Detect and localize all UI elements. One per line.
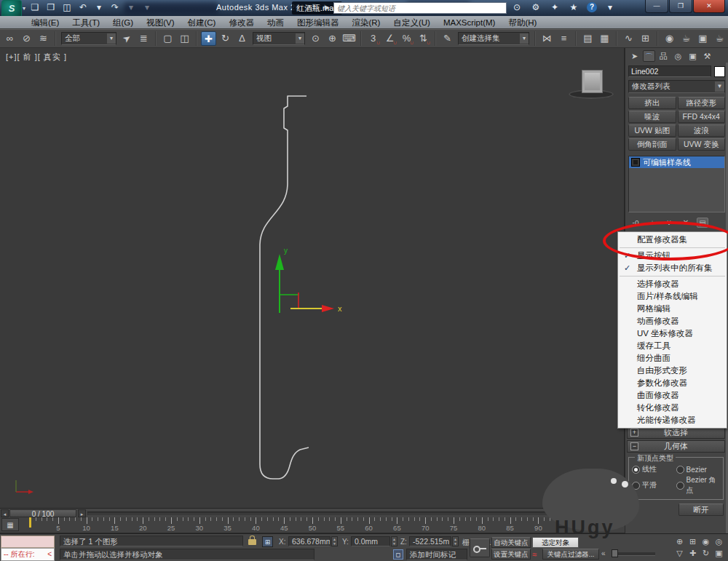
mirror-icon[interactable]: ⋈ xyxy=(539,31,555,46)
context-menu-item[interactable]: 缓存工具 xyxy=(618,340,727,352)
search-icon[interactable]: ⊙ xyxy=(511,1,523,13)
track-bar[interactable]: ▦ 51015202530354045505560657075808590 xyxy=(0,517,625,533)
selection-lock-icon[interactable] xyxy=(248,539,256,545)
menu-item[interactable]: 视图(V) xyxy=(140,16,181,29)
radio-bezier-corner[interactable]: Bezier 角点 xyxy=(676,475,721,496)
context-menu-item[interactable]: 参数化修改器 xyxy=(618,377,727,389)
transform-gizmo[interactable]: y x xyxy=(275,247,342,313)
previous-frame-button[interactable]: ◂ xyxy=(1,509,9,517)
orbit-icon[interactable]: ↻ xyxy=(700,548,712,559)
app-menu-caret-icon[interactable]: ▾ xyxy=(23,5,25,12)
schematic-view-icon[interactable]: ⊞ xyxy=(638,31,653,46)
viewport-front[interactable]: [+][ 前 ][ 真实 ] y x xyxy=(0,48,625,508)
context-menu-item[interactable]: 转化修改器 xyxy=(618,402,727,414)
context-menu-item[interactable]: 选择修改器 xyxy=(618,278,727,290)
select-and-rotate-icon[interactable]: ↻ xyxy=(218,31,233,46)
y-spinner[interactable]: ▲▼ xyxy=(391,536,397,546)
hierarchy-tab-icon[interactable]: 品 xyxy=(657,50,670,62)
rectangular-selection-region-icon[interactable]: ▢ xyxy=(160,31,175,46)
collapse-icon[interactable]: − xyxy=(630,442,638,450)
pan-icon[interactable]: ✚ xyxy=(687,548,699,559)
display-tab-icon[interactable]: ▣ xyxy=(687,50,699,62)
mini-curve-editor-icon[interactable]: ▦ xyxy=(1,518,19,531)
radio-icon[interactable] xyxy=(632,466,640,474)
use-pivot-point-center-icon[interactable]: ⊙ xyxy=(308,31,323,46)
time-slider-handle[interactable]: 0 / 100 xyxy=(9,509,76,517)
communication-center-icon[interactable]: ✦ xyxy=(549,1,561,13)
modifier-button[interactable]: UVW 贴图 xyxy=(628,124,676,137)
expand-icon[interactable]: + xyxy=(630,429,638,437)
context-menu-item[interactable]: ✓显示列表中的所有集 xyxy=(618,262,727,274)
context-menu-item[interactable]: 曲面修改器 xyxy=(618,389,727,402)
save-file-icon[interactable]: ◫ xyxy=(61,1,73,13)
select-and-move-icon[interactable]: ✚ xyxy=(201,31,216,46)
modifier-button[interactable]: 挤出 xyxy=(628,97,676,109)
context-menu-item[interactable]: UV 坐标修改器 xyxy=(618,327,727,340)
menu-item[interactable]: 组(G) xyxy=(106,16,140,29)
bind-to-space-warp-icon[interactable]: ≋ xyxy=(36,31,51,46)
angle-snap-icon[interactable]: ∠∩ xyxy=(382,31,397,46)
next-frame-button[interactable]: ▸ xyxy=(78,509,86,517)
select-and-manipulate-icon[interactable]: ⊕ xyxy=(325,31,340,46)
percent-snap-icon[interactable]: %∩ xyxy=(399,31,414,46)
zoom-icon[interactable]: ⊕ xyxy=(673,536,686,547)
stack-item[interactable]: 可编辑样条线 xyxy=(629,156,724,168)
y-coordinate-field[interactable]: 0.0mm xyxy=(351,536,390,546)
time-slider-track[interactable] xyxy=(87,512,623,515)
maxscript-listener-line[interactable]: -- 所在行: < xyxy=(1,548,55,561)
select-object-icon[interactable]: ➤ xyxy=(116,28,138,49)
zoom-all-icon[interactable]: ⊞ xyxy=(687,536,699,547)
modifier-button[interactable]: 波浪 xyxy=(678,124,726,137)
maxscript-mini-listener[interactable] xyxy=(1,536,55,548)
redo-icon[interactable]: ↷ xyxy=(109,1,121,13)
menu-item[interactable]: 自定义(U) xyxy=(387,16,436,29)
layer-manager-icon[interactable]: ▤ xyxy=(580,31,596,46)
curve-editor-icon[interactable]: ∿ xyxy=(621,31,636,46)
break-button[interactable]: 断开 xyxy=(678,504,724,516)
menu-item[interactable]: 创建(C) xyxy=(181,16,222,29)
x-spinner[interactable]: ▲▼ xyxy=(331,536,338,546)
playback-slider[interactable] xyxy=(613,552,655,556)
wrench-icon[interactable]: ⚙ xyxy=(530,1,542,13)
menu-item[interactable]: 渲染(R) xyxy=(345,16,387,29)
context-menu-item[interactable]: 动画修改器 xyxy=(618,315,727,327)
field-of-view-icon[interactable]: ▽ xyxy=(673,548,686,559)
search-input[interactable] xyxy=(333,2,507,14)
menu-item[interactable]: 编辑(E) xyxy=(25,16,66,29)
snap-toggle-icon[interactable]: 3∩ xyxy=(365,31,381,46)
context-menu-item[interactable]: 光能传递修改器 xyxy=(618,414,727,426)
radio-icon[interactable] xyxy=(676,466,684,474)
add-time-tag-field[interactable]: 添加时间标记 xyxy=(406,549,467,560)
window-crossing-icon[interactable]: ◫ xyxy=(177,31,192,46)
playback-slider-handle[interactable] xyxy=(612,549,618,557)
select-and-scale-icon[interactable]: ∆ xyxy=(234,31,250,46)
minimize-button[interactable]: — xyxy=(645,0,668,13)
zoom-extents-all-icon[interactable]: ◎ xyxy=(713,536,725,547)
align-icon[interactable]: ≡ xyxy=(556,31,571,46)
material-editor-icon[interactable]: ◉ xyxy=(662,31,677,46)
menu-item[interactable]: 图形编辑器 xyxy=(290,16,346,29)
radio-bezier[interactable]: Bezier xyxy=(676,464,721,474)
modify-tab-icon[interactable]: ⌒ xyxy=(643,50,655,62)
menu-item[interactable]: MAXScript(M) xyxy=(437,16,502,29)
radio-linear[interactable]: 线性 xyxy=(632,464,676,474)
bulb-icon[interactable] xyxy=(631,158,640,167)
selection-filter-dropdown[interactable]: 全部▾ xyxy=(61,32,116,45)
favorites-star-icon[interactable]: ★ xyxy=(568,1,579,13)
context-menu-item[interactable]: 面片/样条线编辑 xyxy=(618,290,727,303)
open-file-icon[interactable]: ❒ xyxy=(45,1,57,13)
app-logo[interactable]: S xyxy=(1,0,22,17)
edit-named-selection-sets-icon[interactable]: ✎ xyxy=(440,31,455,46)
rollout-geometry[interactable]: − 几何体 xyxy=(627,440,725,453)
auto-key-button[interactable]: 自动关键点 xyxy=(491,537,531,548)
context-menu-item[interactable]: 细分曲面 xyxy=(618,352,727,365)
modifier-button[interactable]: 路径变形 xyxy=(678,97,726,109)
modifier-button[interactable]: 倒角剖面 xyxy=(628,138,676,151)
modifier-button[interactable]: UVW 变换 xyxy=(678,138,726,151)
reference-coordinate-dropdown[interactable]: 视图▾ xyxy=(253,32,305,45)
radio-icon[interactable] xyxy=(676,482,684,490)
utilities-tab-icon[interactable]: ⚒ xyxy=(701,50,713,62)
select-and-link-icon[interactable]: ∞ xyxy=(2,31,17,46)
toolbar-expand-icon[interactable]: ▶ xyxy=(325,4,330,11)
time-tag-icon[interactable]: ◻ xyxy=(393,549,403,560)
